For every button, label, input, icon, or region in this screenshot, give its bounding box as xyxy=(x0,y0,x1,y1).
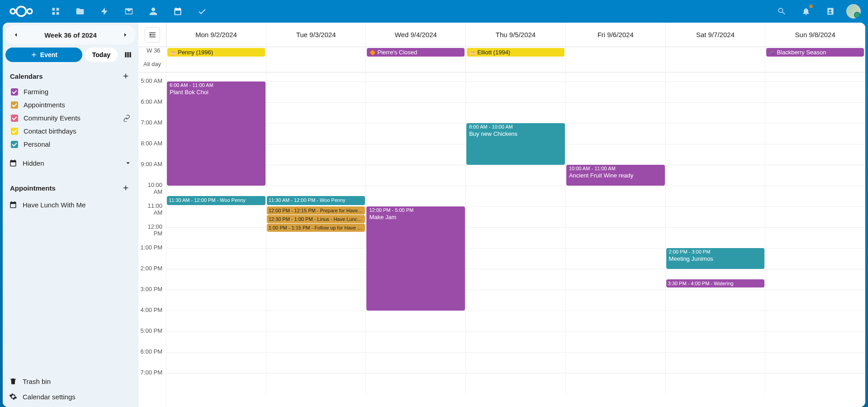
prev-week-button[interactable] xyxy=(8,27,24,43)
calendar-event[interactable]: 3:30 PM - 4:00 PM - Watering xyxy=(666,279,765,287)
day-column[interactable]: 6:00 AM - 11:00 AMPlant Bok Choi11:30 AM… xyxy=(166,72,266,394)
event-time: 10:00 AM - 11:00 AM xyxy=(569,166,662,171)
calendar-event[interactable]: 11:30 AM - 12:00 PM - Woo Penny xyxy=(167,196,266,205)
day-header[interactable]: Wed 9/4/2024 xyxy=(366,23,466,47)
day-header[interactable]: Thu 9/5/2024 xyxy=(466,23,566,47)
calendar-header-row: Mon 9/2/2024Tue 9/3/2024Wed 9/4/2024Thu … xyxy=(138,23,865,47)
calendar-checkbox[interactable] xyxy=(11,101,18,109)
contacts-menu-icon[interactable] xyxy=(819,0,842,23)
today-button[interactable]: Today xyxy=(85,48,118,62)
allday-column[interactable]: Penny (1996) xyxy=(166,47,266,72)
sidebar-calendar-item[interactable]: Appointments xyxy=(7,98,134,111)
day-header[interactable]: Sat 9/7/2024 xyxy=(666,23,766,47)
avatar[interactable] xyxy=(846,4,861,19)
day-column[interactable]: 2:00 PM - 3:00 PMMeeting Junimos3:30 PM … xyxy=(666,72,766,394)
time-label: 9:00 AM xyxy=(138,161,166,182)
sidebar-calendar-item[interactable]: Community Events xyxy=(7,111,134,124)
time-label: 11:00 AM xyxy=(138,202,166,223)
nextcloud-logo[interactable] xyxy=(7,5,35,18)
trash-bin-button[interactable]: Trash bin xyxy=(5,373,136,389)
calendar-event[interactable]: 11:30 AM - 12:00 PM - Woo Penny xyxy=(267,196,365,205)
view-switcher-button[interactable] xyxy=(120,47,136,62)
calendar-checkbox[interactable] xyxy=(11,128,18,135)
day-column[interactable] xyxy=(765,72,865,394)
time-label: 12:00 PM xyxy=(138,223,166,244)
event-time: 8:00 AM - 10:00 AM xyxy=(469,124,562,129)
sidebar-calendar-item[interactable]: Farming xyxy=(7,85,134,98)
svg-rect-4 xyxy=(57,8,59,11)
allday-event[interactable]: Elliott (1994) xyxy=(467,48,564,57)
trash-label: Trash bin xyxy=(23,378,51,385)
calendar-name-label: Personal xyxy=(24,140,50,148)
calendar-checkbox[interactable] xyxy=(11,115,18,122)
calendar-name-label: Appointments xyxy=(24,101,65,109)
svg-rect-7 xyxy=(125,52,126,57)
allday-column[interactable] xyxy=(666,47,766,72)
dashboard-icon[interactable] xyxy=(44,0,67,23)
time-label: 3:00 PM xyxy=(138,286,166,306)
calendar-checkbox[interactable] xyxy=(11,88,18,96)
calendar-checkbox[interactable] xyxy=(11,141,18,148)
sidebar: Week 36 of 2024 Event Today Calendars Fa… xyxy=(3,23,138,407)
allday-column[interactable]: Elliott (1994) xyxy=(466,47,566,72)
sidebar-calendar-item[interactable]: Contact birthdays xyxy=(7,124,134,138)
notifications-icon[interactable] xyxy=(795,0,817,23)
calendar-event[interactable]: 12:00 PM - 5:00 PMMake Jam xyxy=(366,206,465,311)
calendar-name-label: Contact birthdays xyxy=(24,127,76,135)
time-label: 8:00 AM xyxy=(138,140,166,161)
day-column[interactable]: 12:00 PM - 5:00 PMMake Jam xyxy=(366,72,466,394)
allday-event[interactable]: Blackberry Season xyxy=(766,48,864,57)
calendar-event[interactable]: 12:30 PM - 1:00 PM - Linus - Have Lunch … xyxy=(267,215,365,223)
day-header[interactable]: Mon 9/2/2024 xyxy=(166,23,266,47)
add-appointment-button[interactable] xyxy=(120,182,131,193)
calendar-app-icon[interactable] xyxy=(166,0,189,23)
calendar-event[interactable]: 12:00 PM - 12:15 PM - Prepare for Have L… xyxy=(267,206,365,215)
allday-column[interactable] xyxy=(566,47,666,72)
svg-rect-3 xyxy=(52,8,55,11)
calendar-event[interactable]: 1:00 PM - 1:15 PM - Follow up for Have L… xyxy=(267,224,365,232)
calendar-event[interactable]: 2:00 PM - 3:00 PMMeeting Junimos xyxy=(666,248,765,269)
event-time: 6:00 AM - 11:00 AM xyxy=(170,82,263,88)
svg-point-1 xyxy=(10,9,15,14)
week-title[interactable]: Week 36 of 2024 xyxy=(24,31,118,39)
new-event-button[interactable]: Event xyxy=(5,48,82,62)
calendar-list: FarmingAppointmentsCommunity EventsConta… xyxy=(5,85,136,151)
hidden-calendars-toggle[interactable]: Hidden xyxy=(5,154,136,172)
allday-column[interactable]: Blackberry Season xyxy=(765,47,865,72)
day-header[interactable]: Fri 9/6/2024 xyxy=(566,23,666,47)
day-header[interactable]: Sun 9/8/2024 xyxy=(765,23,865,47)
day-column[interactable]: 10:00 AM - 11:00 AMAncient Fruit Wine re… xyxy=(566,72,666,394)
allday-event[interactable]: Pierre's Closed xyxy=(367,48,465,57)
day-header[interactable]: Tue 9/3/2024 xyxy=(266,23,366,47)
contacts-app-icon[interactable] xyxy=(142,0,165,23)
add-calendar-button[interactable] xyxy=(120,71,131,81)
files-icon[interactable] xyxy=(69,0,91,23)
navbar-left xyxy=(7,0,213,23)
mail-icon[interactable] xyxy=(118,0,140,23)
day-column[interactable]: 8:00 AM - 10:00 AMBuy new Chickens xyxy=(466,72,566,394)
search-icon[interactable] xyxy=(770,0,793,23)
allday-column[interactable]: Pierre's Closed xyxy=(366,47,466,72)
sidebar-appointment-item[interactable]: Have Lunch With Me xyxy=(5,197,136,212)
day-column[interactable]: 11:30 AM - 12:00 PM - Woo Penny12:00 PM … xyxy=(266,72,366,394)
allday-event[interactable]: Penny (1996) xyxy=(167,48,265,57)
calendar-event[interactable]: 8:00 AM - 10:00 AMBuy new Chickens xyxy=(466,123,565,165)
sidebar-calendar-item[interactable]: Personal xyxy=(7,138,134,151)
sidebar-bottom: Trash bin Calendar settings xyxy=(5,373,136,404)
event-title: Buy new Chickens xyxy=(469,130,562,137)
allday-grid: W 36 Penny (1996)Pierre's ClosedElliott … xyxy=(166,47,865,72)
tasks-icon[interactable] xyxy=(191,0,213,23)
time-label: 7:00 AM xyxy=(138,119,166,140)
svg-rect-9 xyxy=(129,52,131,57)
next-week-button[interactable] xyxy=(118,27,133,43)
calendar-body[interactable]: 5:00 AM6:00 AM7:00 AM8:00 AM9:00 AM10:00… xyxy=(138,72,865,407)
calendar-event[interactable]: 10:00 AM - 11:00 AMAncient Fruit Wine re… xyxy=(566,165,665,186)
allday-row: All day W 36 Penny (1996)Pierre's Closed… xyxy=(138,47,865,72)
settings-label: Calendar settings xyxy=(23,393,76,401)
activity-icon[interactable] xyxy=(93,0,116,23)
calendar-event[interactable]: 6:00 AM - 11:00 AMPlant Bok Choi xyxy=(167,81,266,186)
day-headers: Mon 9/2/2024Tue 9/3/2024Wed 9/4/2024Thu … xyxy=(166,23,865,47)
calendar-settings-button[interactable]: Calendar settings xyxy=(5,389,136,404)
allday-column[interactable] xyxy=(266,47,366,72)
sidebar-toggle-button[interactable] xyxy=(145,27,160,43)
